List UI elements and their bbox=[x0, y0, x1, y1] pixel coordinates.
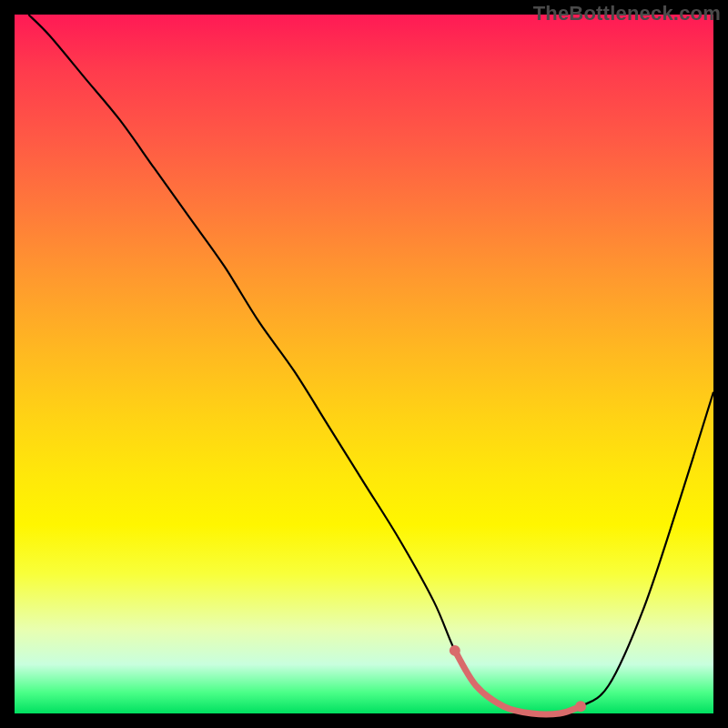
chart-frame: TheBottleneck.com bbox=[0, 0, 728, 728]
highlight-dot-left bbox=[450, 645, 460, 656]
main-curve bbox=[28, 15, 713, 714]
watermark-text: TheBottleneck.com bbox=[533, 2, 721, 25]
highlight-dot-right bbox=[575, 701, 586, 712]
highlight-curve bbox=[455, 651, 581, 714]
plot-area bbox=[15, 15, 713, 713]
curve-svg bbox=[15, 15, 713, 713]
